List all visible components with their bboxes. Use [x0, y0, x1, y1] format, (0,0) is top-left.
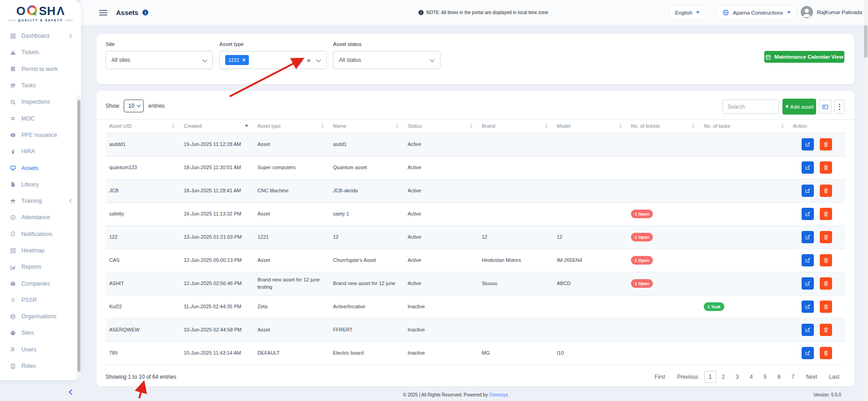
open-tickets-badge: 1 Open [631, 256, 653, 265]
table-row[interactable]: asddd1 19-Jun-2025 11:12:28 AM Asset asd… [106, 133, 845, 156]
col-header-asset-uid[interactable]: Asset UID [106, 119, 180, 133]
col-header-created[interactable]: Created [180, 119, 254, 133]
sidebar-item-heatmap[interactable]: Heatmap [0, 242, 81, 259]
note-info-icon: i [419, 10, 424, 15]
maintenance-calendar-button[interactable]: Maintenance Calendar View [764, 51, 844, 63]
sidebar-item-training[interactable]: Training [0, 193, 81, 209]
page-scrollbar-thumb[interactable] [864, 25, 868, 58]
sidebar-item-assets[interactable]: Assets [0, 160, 81, 176]
table-row[interactable]: CAS 12-Jun-2025 05:00:13 PM Asset Church… [106, 249, 845, 272]
table-row[interactable]: quantum123 18-Jun-2025 11:30:01 AM Super… [106, 156, 845, 179]
sidebar-item-reports[interactable]: Reports [0, 259, 81, 275]
table-row[interactable]: 789 10-Jun-2025 11:43:14 AM DEFAULT Elec… [106, 341, 845, 365]
page-scrollbar[interactable] [863, 0, 868, 401]
asset-type-multiselect[interactable]: 1221 × +31 × [219, 51, 327, 69]
delete-asset-button[interactable] [820, 277, 832, 290]
col-header-no-of-tickets[interactable]: No. of tickets [627, 119, 700, 133]
table-row[interactable]: ASHIT 12-Jun-2025 02:56:46 PM Brand new … [106, 272, 845, 295]
sidebar-item-tickets[interactable]: Tickets [0, 44, 81, 60]
search-input[interactable] [722, 100, 779, 114]
sidebar-item-sites[interactable]: Sites [0, 325, 81, 341]
sidebar-item-roles[interactable]: Roles [0, 358, 81, 374]
table-row[interactable]: JCB 18-Jun-2025 11:28:41 AM CNC Machine … [106, 179, 845, 202]
edit-asset-button[interactable] [802, 254, 814, 266]
edit-asset-button[interactable] [802, 324, 814, 336]
delete-asset-button[interactable] [820, 185, 832, 197]
chip-remove-icon[interactable]: × [242, 57, 245, 63]
edit-asset-button[interactable] [802, 347, 814, 359]
assets-info-icon[interactable]: i [142, 10, 148, 15]
edit-asset-button[interactable] [802, 277, 814, 290]
sidebar-item-hira[interactable]: HIRA [0, 143, 81, 160]
company-dropdown[interactable]: Aparna Constructions [717, 6, 796, 19]
page-last[interactable]: Last [823, 371, 845, 382]
add-asset-button[interactable]: + Add asset [782, 99, 816, 115]
sidebar-item-notifications[interactable]: Notifications [0, 226, 81, 242]
delete-asset-button[interactable] [820, 161, 832, 174]
sidebar-item-attendance[interactable]: Attendance [0, 209, 81, 226]
sidebar-item-tasks[interactable]: Tasks [0, 77, 81, 94]
delete-asset-button[interactable] [820, 347, 832, 359]
page-1[interactable]: 1 [704, 371, 717, 383]
table-row[interactable]: Kul22 11-Jun-2025 02:44:35 PM Zeta Activ… [106, 295, 845, 318]
sidebar-item-inspections[interactable]: Inspections [0, 94, 81, 110]
table-row[interactable]: 122 13-Jun-2025 01:21:03 PM 1221 12 Acti… [106, 226, 845, 249]
osmosys-link[interactable]: Osmosys [489, 392, 508, 397]
sidebar-item-moc[interactable]: MOC [0, 110, 81, 126]
page-5[interactable]: 5 [758, 371, 772, 382]
site-select[interactable]: All sites [106, 51, 213, 69]
edit-asset-button[interactable] [802, 231, 814, 243]
edit-asset-button[interactable] [802, 208, 814, 220]
sidebar-item-permit-to-work[interactable]: Permit to work [0, 61, 81, 77]
col-header-model[interactable]: Model [553, 119, 627, 133]
delete-asset-button[interactable] [820, 254, 832, 266]
page-previous[interactable]: Previous [671, 371, 704, 382]
delete-asset-button[interactable] [820, 301, 832, 313]
delete-asset-button[interactable] [820, 324, 832, 336]
sidebar-scrollbar-thumb[interactable] [77, 100, 81, 372]
table-row[interactable]: safetty 16-Jun-2025 11:13:32 PM Asset sa… [106, 202, 845, 226]
sidebar-item-organisations[interactable]: Organisations [0, 308, 81, 325]
delete-asset-button[interactable] [820, 208, 832, 220]
clear-all-icon[interactable]: × [307, 57, 311, 64]
cell-asset-uid: ASHIT [106, 272, 180, 295]
cell-brand: Hindustan Motors [478, 249, 553, 272]
col-header-name[interactable]: Name [329, 119, 404, 133]
page-6[interactable]: 6 [772, 371, 786, 382]
table-row[interactable]: ASERQWEW 10-Jun-2025 02:44:58 PM Asset F… [106, 318, 845, 341]
sidebar-item-ppe-issuance[interactable]: PPE Issuance [0, 127, 81, 143]
asset-status-select[interactable]: All status [333, 51, 440, 69]
page-2[interactable]: 2 [717, 371, 731, 382]
edit-asset-button[interactable] [802, 161, 814, 174]
sidebar-item-dashboard[interactable]: Dashboard [0, 28, 81, 44]
edit-asset-button[interactable] [802, 138, 814, 150]
user-menu[interactable]: RajKumar Pativada [801, 6, 862, 18]
col-header-brand[interactable]: Brand [478, 119, 553, 133]
more-options-button[interactable] [834, 100, 844, 114]
page-3[interactable]: 3 [730, 371, 744, 382]
sidebar-scrollbar[interactable] [77, 95, 81, 378]
page-next[interactable]: Next [800, 371, 823, 382]
edit-asset-button[interactable] [802, 185, 814, 197]
delete-asset-button[interactable] [820, 138, 832, 150]
sidebar-item-library[interactable]: Library [0, 176, 81, 193]
language-dropdown[interactable]: English [670, 6, 705, 19]
site-label: Site [106, 41, 213, 47]
globe-solid-icon [10, 330, 16, 336]
col-header-status[interactable]: Status [404, 119, 478, 133]
page-7[interactable]: 7 [786, 371, 800, 382]
col-header-no-of-tasks[interactable]: No. of tasks [700, 119, 789, 133]
page-first[interactable]: First [649, 371, 671, 382]
delete-asset-button[interactable] [820, 231, 832, 243]
page-4[interactable]: 4 [744, 371, 758, 382]
hazard-person-icon [10, 148, 16, 155]
sidebar-item-pssr[interactable]: PSSR [0, 292, 81, 308]
sidebar-item-companies[interactable]: Companies [0, 275, 81, 291]
menu-icon[interactable] [99, 10, 107, 15]
caret-down-icon [696, 11, 700, 14]
edit-asset-button[interactable] [802, 301, 814, 313]
column-settings-button[interactable] [819, 100, 832, 114]
page-size-select[interactable]: 10 [124, 100, 144, 112]
sidebar-item-users[interactable]: Users [0, 341, 81, 358]
col-header-asset-type[interactable]: Asset type [254, 119, 329, 133]
